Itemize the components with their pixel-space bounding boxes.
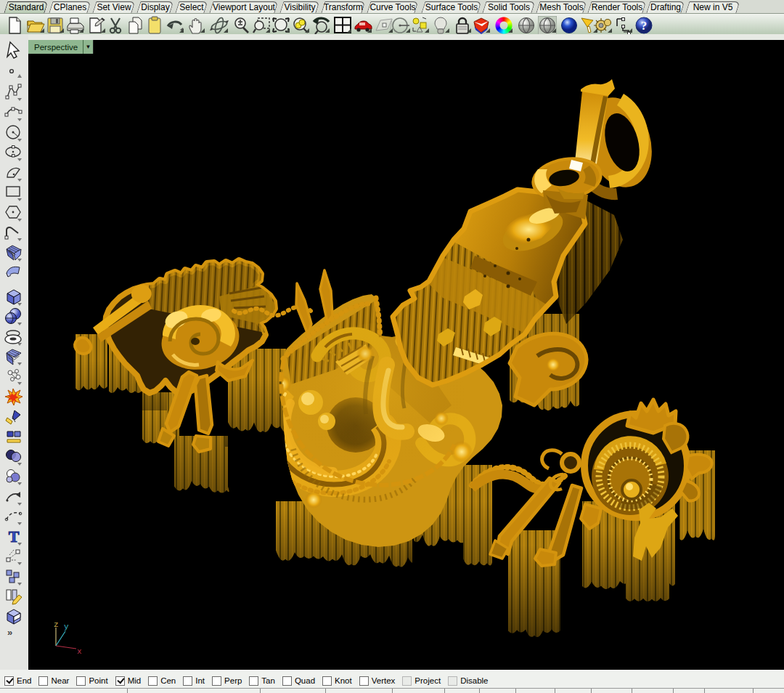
svg-text:?: ? xyxy=(641,19,648,33)
svg-text:y: y xyxy=(64,623,69,631)
svg-text:z: z xyxy=(54,620,59,629)
svg-text:x: x xyxy=(77,647,82,656)
